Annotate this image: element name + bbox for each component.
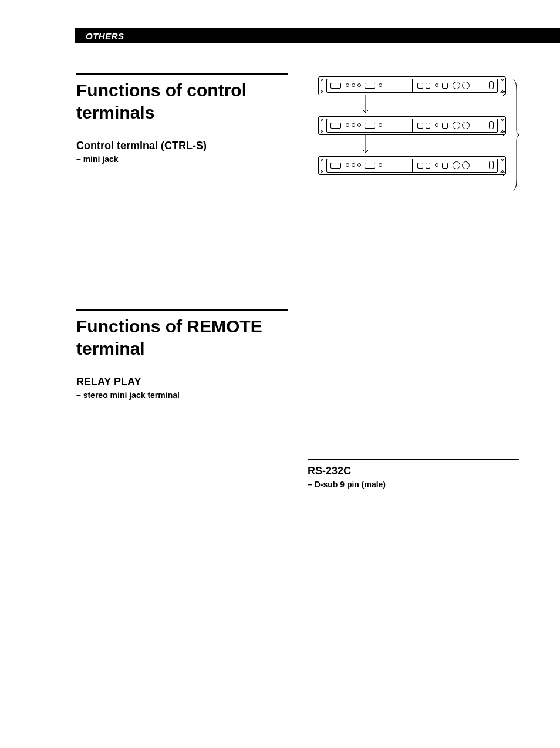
screw-icon — [501, 159, 504, 161]
arrow-down-icon — [362, 135, 370, 156]
section-title: Functions of control terminals — [76, 79, 288, 123]
port-icon — [330, 83, 341, 89]
connection-diagram — [308, 74, 517, 196]
port-icon — [435, 163, 438, 167]
bracket-icon — [512, 79, 520, 191]
panel-divider — [412, 159, 413, 172]
port-icon — [330, 163, 341, 169]
port-icon — [346, 83, 349, 87]
port-icon — [462, 161, 470, 169]
rack-inner — [326, 79, 498, 93]
port-icon — [346, 163, 349, 167]
section-rule — [76, 73, 288, 75]
section-functions-control: Functions of control terminals Control t… — [76, 73, 288, 164]
subsection-title: RS-232C — [308, 465, 519, 477]
port-icon — [365, 163, 375, 169]
section-title-line1: Functions of REMOTE — [76, 316, 262, 336]
port-icon — [442, 83, 448, 89]
section-title: Functions of REMOTE terminal — [76, 315, 288, 359]
screw-icon — [501, 79, 504, 81]
rack-inner — [326, 159, 498, 173]
port-icon — [357, 83, 361, 87]
port-icon — [417, 163, 423, 169]
section-header-label: OTHERS — [86, 31, 124, 41]
port-icon — [417, 123, 423, 129]
screw-icon — [321, 130, 323, 133]
signal-line — [441, 93, 502, 93]
port-icon — [426, 83, 430, 89]
port-icon — [330, 123, 341, 129]
screw-icon — [501, 119, 504, 121]
arrow-right-icon — [500, 89, 507, 96]
port-icon — [453, 122, 460, 129]
arrow-down-icon — [362, 95, 370, 116]
screw-icon — [321, 79, 323, 81]
signal-line — [441, 133, 502, 133]
power-port-icon — [489, 121, 494, 129]
port-icon — [357, 163, 361, 167]
port-icon — [462, 122, 470, 129]
port-icon — [379, 123, 382, 127]
subsection-title: Control terminal (CTRL-S) — [76, 140, 288, 152]
port-icon — [442, 123, 448, 129]
subsection-title: RELAY PLAY — [76, 376, 288, 388]
arrow-right-icon — [500, 169, 507, 176]
port-icon — [346, 123, 349, 127]
port-icon — [352, 163, 355, 167]
port-icon — [435, 83, 438, 87]
port-icon — [435, 123, 438, 127]
screw-icon — [321, 159, 323, 161]
section-title-line2: terminal — [76, 339, 145, 358]
screw-icon — [321, 90, 323, 93]
screw-icon — [321, 119, 323, 121]
port-icon — [365, 83, 375, 89]
subsection-desc: – stereo mini jack terminal — [76, 390, 288, 400]
port-icon — [365, 123, 375, 129]
port-icon — [417, 83, 423, 89]
port-icon — [453, 82, 460, 89]
port-icon — [357, 123, 361, 127]
subsection-desc: – mini jack — [76, 154, 288, 164]
port-icon — [352, 123, 355, 127]
signal-line — [441, 173, 502, 173]
arrow-right-icon — [500, 129, 507, 136]
port-icon — [442, 163, 448, 169]
section-rs232c: RS-232C – D-sub 9 pin (male) — [308, 459, 519, 489]
screw-icon — [321, 170, 323, 173]
section-functions-remote: Functions of REMOTE terminal RELAY PLAY … — [76, 309, 288, 400]
port-icon — [453, 161, 460, 169]
panel-divider — [412, 79, 413, 92]
port-icon — [379, 163, 382, 167]
section-header-bar: OTHERS — [75, 28, 560, 43]
subsection-desc: – D-sub 9 pin (male) — [308, 480, 519, 489]
rack-inner — [326, 119, 498, 133]
section-title-line1: Functions of control — [76, 80, 247, 100]
section-title-line2: terminals — [76, 103, 154, 122]
panel-divider — [412, 119, 413, 132]
port-icon — [379, 83, 382, 87]
section-rule — [76, 309, 288, 311]
subsection-rule — [308, 459, 519, 460]
port-icon — [462, 82, 470, 89]
port-icon — [352, 83, 355, 87]
power-port-icon — [489, 161, 494, 169]
port-icon — [426, 123, 430, 129]
port-icon — [426, 163, 430, 169]
power-port-icon — [489, 81, 494, 89]
